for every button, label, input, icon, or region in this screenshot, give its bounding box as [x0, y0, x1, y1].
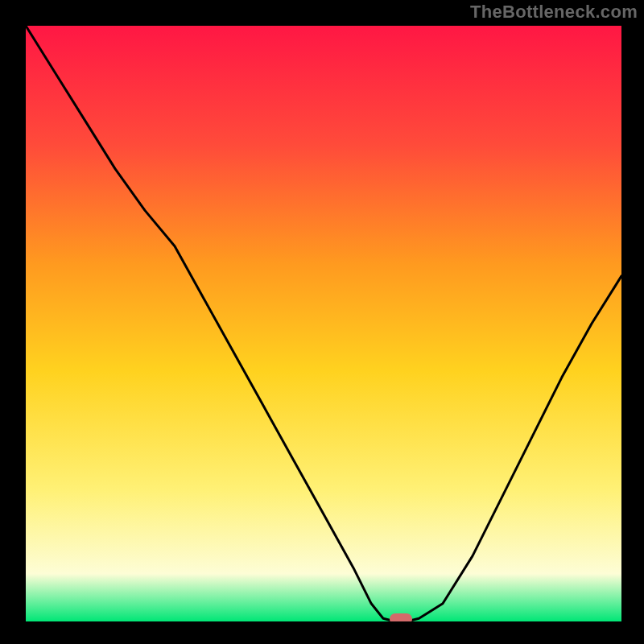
plot-area: [26, 26, 621, 621]
chart-canvas: TheBottleneck.com: [0, 0, 644, 644]
optimum-marker: [390, 613, 412, 621]
watermark-text: TheBottleneck.com: [470, 2, 638, 23]
chart-svg: [26, 26, 621, 621]
gradient-background: [26, 26, 621, 621]
